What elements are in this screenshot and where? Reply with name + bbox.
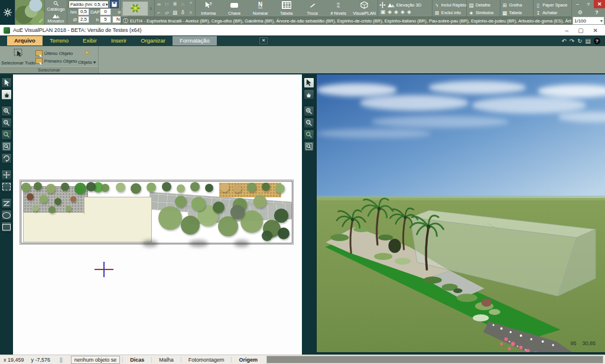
save-preset-button[interactable] [110, 0, 119, 8]
scatter-tool-icon[interactable]: ∞ [155, 0, 162, 8]
window-close-button[interactable]: ✕ [593, 27, 598, 34]
undo-button[interactable]: ↶ [561, 38, 566, 44]
panel-minimize-button[interactable]: – [572, 0, 583, 8]
grelha-button[interactable]: ⊞ Grelha [502, 1, 534, 9]
scale-select[interactable]: 1/100 ▾ [573, 17, 604, 25]
zoom-window-tool[interactable] [1, 141, 12, 152]
window-maximize-button[interactable]: ▢ [578, 27, 583, 34]
plan-2d[interactable] [21, 181, 292, 243]
catalog-button[interactable]: Catálogo [45, 0, 67, 12]
zoom-out-tool[interactable] [1, 118, 12, 128]
detalhe-button[interactable]: ▤ Detalhe [469, 1, 500, 9]
pan-tool[interactable] [1, 89, 12, 100]
tab-exibir[interactable]: Exibir [76, 36, 104, 46]
zoom-in-tool-3d[interactable] [304, 106, 314, 116]
tab-arquivo[interactable]: Arquivo [7, 36, 43, 46]
window-minimize-button[interactable]: – [565, 27, 569, 34]
window-title: AuE VisualPLAN 2018 - BETA: Versão de Te… [13, 27, 562, 33]
plant-blob [247, 183, 256, 192]
row-plant-tool-icon[interactable]: ∴ [179, 0, 187, 8]
zoom-window-tool-3d[interactable] [304, 141, 314, 152]
ultimo-objeto-button[interactable]: Último Objeto [35, 50, 77, 56]
status-tab-origem[interactable]: Origem [231, 357, 265, 363]
hm-field[interactable]: 0,5 [78, 8, 89, 15]
canvas-2d[interactable] [13, 74, 302, 355]
informa-button[interactable]: ? Informa [196, 0, 222, 17]
plant-blob [220, 183, 229, 192]
curve-tool-icon[interactable]: ⌐ [155, 8, 162, 17]
elevation-label[interactable]: Elevação 3D [396, 2, 422, 8]
object-order-column: Último Objeto Primeiro Objeto [35, 48, 77, 66]
paper-space-button[interactable]: ▯ Paper Space [535, 1, 571, 9]
select-tool[interactable] [1, 77, 12, 88]
exclui-info-button[interactable]: ⊠ Exclui info [434, 9, 466, 17]
preset-select[interactable]: Padrão (hm: 0,5; d: ▾ [69, 1, 109, 8]
quick-save-button[interactable]: ▤ [586, 38, 591, 44]
zoom-in-tool[interactable] [1, 106, 12, 116]
app-window: ✓ Catálogo Mosaico Padrão (hm: 0,5; d: [0, 0, 605, 364]
zoom-extents-tool[interactable] [1, 129, 12, 140]
chat-bubble-icon [230, 1, 238, 9]
exclude-icon: ⊠ [434, 10, 440, 16]
pan-tool-3d[interactable] [304, 89, 314, 100]
plant-blob [278, 228, 290, 239]
diameter-field[interactable]: 2,5 [78, 16, 89, 23]
cluster3-tool-icon[interactable]: ∷ [163, 0, 171, 8]
close-ribbon-button[interactable]: ✕ [259, 37, 268, 44]
zoom-extents-tool-3d[interactable] [304, 129, 314, 140]
dot-tool-icon[interactable]: ○ [187, 8, 194, 17]
tab-formatacao[interactable]: Formatação [173, 36, 217, 46]
chave-button[interactable]: Chave [222, 0, 248, 17]
refresh-button[interactable]: ↻ [577, 38, 582, 44]
ellipse-tool[interactable] [1, 210, 12, 220]
mosaic-button[interactable]: Mosaico [45, 12, 67, 25]
selecionar-tudo-button[interactable]: Selecionar Tudo [1, 48, 35, 66]
hatch-tool-icon[interactable]: ▨ [171, 8, 178, 17]
primeiro-objeto-button[interactable]: Primeiro Objeto [35, 58, 77, 64]
status-tab-fotomontagem[interactable]: Fotomontagem [181, 357, 232, 363]
status-tab-malha[interactable]: Malha [151, 357, 181, 363]
panel-close-button[interactable]: ✕ [594, 0, 605, 8]
tab-terreno[interactable]: Terreno [43, 36, 76, 46]
plant-preview-box [122, 1, 148, 16]
h-field[interactable]: 5 [100, 16, 111, 23]
redo-button[interactable]: ↷ [570, 38, 574, 44]
help-button[interactable]: ? [588, 8, 605, 17]
troca-button[interactable]: ∕∕ Troca [300, 0, 326, 17]
visualplan-button[interactable]: VisualPLAN [352, 0, 378, 17]
tabela2-button[interactable]: ▦ Tabela [502, 9, 534, 17]
tab-organizar[interactable]: Organizar [134, 36, 173, 46]
rectangle-tool[interactable] [1, 222, 12, 232]
free-plant-tool-icon[interactable]: δ [179, 8, 187, 17]
tab-inserir[interactable]: Inserir [104, 36, 134, 46]
area-fill-tool-icon[interactable]: ▱ [163, 8, 171, 17]
move-tool[interactable] [1, 170, 12, 180]
cluster-many-tool-icon[interactable]: ※ [171, 0, 178, 8]
settings-gear-button[interactable]: ⚙ [572, 8, 588, 17]
selection-box-tool[interactable] [1, 181, 12, 192]
nomear-button[interactable]: N Nomear [248, 0, 274, 17]
dap-field[interactable]: 0 [100, 8, 111, 15]
plant-preview[interactable]: › [121, 0, 155, 17]
plant-blob [162, 182, 171, 191]
next-plant-icon[interactable]: › [149, 5, 152, 11]
objeto-dropdown-button[interactable]: Objeto ▾ [77, 48, 97, 66]
zoom-out-tool-3d[interactable] [304, 118, 314, 128]
inclui-rapido-button[interactable]: ϟ Inclui Rápido [434, 1, 466, 9]
polyline-tool[interactable] [1, 198, 12, 209]
achatar-button[interactable]: ↧ Achatar [535, 9, 571, 17]
informa-cursor-icon: ? [204, 1, 212, 9]
simbolos-button[interactable]: ★ Símbolos [469, 9, 500, 17]
viewport-3d[interactable]: 95 30,85 [316, 74, 605, 355]
niveis-button[interactable]: ≈≈ # Níveis [326, 0, 352, 17]
tabela-button[interactable]: Tabela [274, 0, 300, 17]
plant-photo-thumbnail[interactable]: ✓ [15, 0, 45, 25]
panel-collapse-icon[interactable]: ▿ [583, 0, 594, 8]
select-tool-3d[interactable] [304, 77, 314, 88]
status-tab-dicas[interactable]: Dicas [122, 357, 151, 363]
elevation-mode-icons[interactable]: ▣◈◈◈◈ [379, 9, 431, 15]
orbit-tool[interactable] [1, 153, 12, 164]
single-plant-tool-icon[interactable]: ° [187, 0, 194, 8]
menu-help-button[interactable]: ? [594, 38, 600, 44]
app-logo-button[interactable] [0, 0, 15, 25]
